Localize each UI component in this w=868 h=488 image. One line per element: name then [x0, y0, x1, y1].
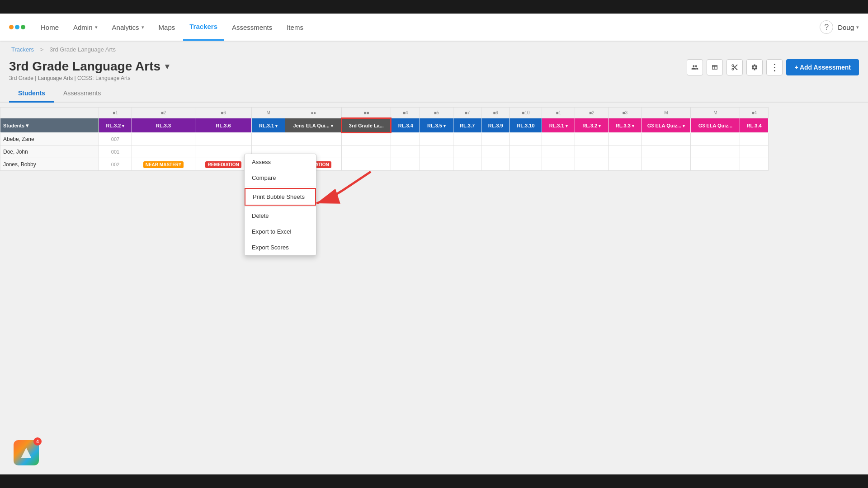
help-button[interactable]: ? [820, 20, 833, 34]
score-cell [342, 133, 391, 145]
context-menu-item-print-bubble[interactable]: Print Bubble Sheets [245, 188, 316, 206]
table-header-row: Students ▾ RL.3.2 ▾ RL.3.3 RL.3.6 RL.3.1 [0, 118, 769, 133]
icon-cell-p1: ■1 [542, 108, 575, 118]
more-options-icon-btn[interactable]: ⋮ [766, 59, 783, 75]
page-title-block: 3rd Grade Language Arts ▾ 3rd Grade | La… [9, 59, 169, 81]
score-cell [740, 158, 769, 171]
context-menu-item-compare[interactable]: Compare [245, 170, 316, 186]
score-cell [481, 133, 510, 145]
icon-cell-b: ■■ [342, 108, 391, 118]
nav-right: ? Doug ▾ [820, 20, 859, 34]
logo-dot-orange [9, 25, 14, 29]
score-cell [252, 133, 285, 145]
col-header-g3-quiz2[interactable]: G3 ELA Quiz... [691, 118, 740, 133]
score-cell [509, 158, 542, 171]
context-menu: Assess Compare Print Bubble Sheets Delet… [244, 154, 316, 256]
user-name: Doug [838, 23, 854, 31]
tab-assessments[interactable]: Assessments [54, 85, 110, 103]
nav-analytics[interactable]: Analytics ▾ [106, 14, 151, 41]
col-header-rl32[interactable]: RL.3.2 ▾ [99, 118, 132, 133]
score-cell [542, 145, 575, 158]
notification-icon: 4 [14, 440, 39, 465]
col-header-3rdgrade[interactable]: 3rd Grade La... [342, 118, 391, 133]
notification-count: 4 [33, 437, 42, 446]
score-cell [453, 145, 481, 158]
page-header: 3rd Grade Language Arts ▾ 3rd Grade | La… [0, 53, 868, 85]
students-icon-btn[interactable] [687, 59, 703, 75]
top-bar [0, 0, 868, 14]
col-header-rl34[interactable]: RL.3.4 [391, 118, 420, 133]
nav-trackers[interactable]: Trackers [183, 14, 224, 41]
col4-sort-icon: ▾ [275, 124, 278, 128]
col-header-p-rl31[interactable]: RL.3.1 ▾ [542, 118, 575, 133]
col-header-g3-quiz1[interactable]: G3 ELA Quiz... ▾ [642, 118, 691, 133]
icon-cell-pm2: M [691, 108, 740, 118]
scissors-icon-btn[interactable] [726, 59, 743, 75]
nav-assessments[interactable]: Assessments [226, 14, 278, 41]
col13-sort-icon: ▾ [599, 124, 601, 128]
nav-items: Home Admin ▾ Analytics ▾ Maps Trackers A… [34, 14, 820, 41]
col-header-p-rl32[interactable]: RL.3.2 ▾ [575, 118, 609, 133]
score-cell [575, 145, 609, 158]
score-cell [285, 133, 342, 145]
score-cell [575, 158, 609, 171]
score-cell [609, 145, 642, 158]
breadcrumb-parent[interactable]: Trackers [11, 46, 34, 53]
student-name-abebe: Abebe, Zane [0, 133, 99, 145]
icon-cell-students [0, 108, 99, 118]
col-header-rl33[interactable]: RL.3.3 [132, 118, 195, 133]
page-title: 3rd Grade Language Arts ▾ [9, 59, 169, 74]
col-header-rl39[interactable]: RL.3.9 [481, 118, 510, 133]
breadcrumb-current: 3rd Grade Language Arts [50, 46, 116, 53]
score-cell [609, 133, 642, 145]
col-header-students[interactable]: Students ▾ [0, 118, 99, 133]
notification-badge[interactable]: 4 [14, 440, 39, 465]
icon-cell-pm: M [642, 108, 691, 118]
icon-cell-9: ■9 [481, 108, 510, 118]
icon-cell-1: ■1 [99, 108, 132, 118]
settings-icon-btn[interactable] [746, 59, 763, 75]
nav-admin[interactable]: Admin ▾ [67, 14, 104, 41]
page-subtitle: 3rd Grade | Language Arts | CCSS: Langua… [9, 75, 169, 81]
nav-items[interactable]: Items [280, 14, 310, 41]
context-menu-item-delete[interactable]: Delete [245, 208, 316, 224]
app-logo[interactable] [9, 25, 25, 29]
nav-maps[interactable]: Maps [152, 14, 182, 41]
col-header-p-rl33[interactable]: RL.3.3 ▾ [609, 118, 642, 133]
tab-students[interactable]: Students [9, 85, 54, 103]
title-dropdown-icon[interactable]: ▾ [165, 61, 169, 71]
score-cell [740, 133, 769, 145]
col-header-jens[interactable]: Jens ELA Qui... ▾ [285, 118, 342, 133]
col-header-rl310[interactable]: RL.3.10 [509, 118, 542, 133]
score-cell [609, 158, 642, 171]
score-cell [391, 133, 420, 145]
student-id-jones: 002 [99, 158, 132, 171]
icon-cell-5: ■5 [420, 108, 453, 118]
col-header-rl36[interactable]: RL.3.6 [195, 118, 252, 133]
col-header-p-rl34[interactable]: RL.3.4 [740, 118, 769, 133]
col-header-rl35[interactable]: RL.3.5 ▾ [420, 118, 453, 133]
score-cell [642, 133, 691, 145]
col15-sort-icon: ▾ [683, 124, 685, 128]
add-assessment-button[interactable]: + Add Assessment [786, 59, 859, 75]
nav-home[interactable]: Home [34, 14, 65, 41]
context-menu-item-export-excel[interactable]: Export to Excel [245, 224, 316, 239]
icon-cell-m: M [252, 108, 285, 118]
col-header-rl37[interactable]: RL.3.7 [453, 118, 481, 133]
student-name-jones: Jones, Bobby [0, 158, 99, 171]
score-cell [575, 133, 609, 145]
breadcrumb-separator: > [40, 46, 44, 53]
score-cell [195, 145, 252, 158]
user-menu[interactable]: Doug ▾ [838, 23, 859, 31]
layout-icon-btn[interactable] [707, 59, 723, 75]
context-menu-item-export-scores[interactable]: Export Scores [245, 239, 316, 255]
score-cell [509, 133, 542, 145]
score-cell [691, 145, 740, 158]
score-cell [391, 145, 420, 158]
icon-cell-2: ■2 [132, 108, 195, 118]
col-header-rl31[interactable]: RL.3.1 ▾ [252, 118, 285, 133]
table-row: Abebe, Zane 007 [0, 133, 769, 145]
context-menu-item-assess[interactable]: Assess [245, 154, 316, 170]
score-cell [691, 133, 740, 145]
main-content: Trackers > 3rd Grade Language Arts 3rd G… [0, 41, 868, 474]
